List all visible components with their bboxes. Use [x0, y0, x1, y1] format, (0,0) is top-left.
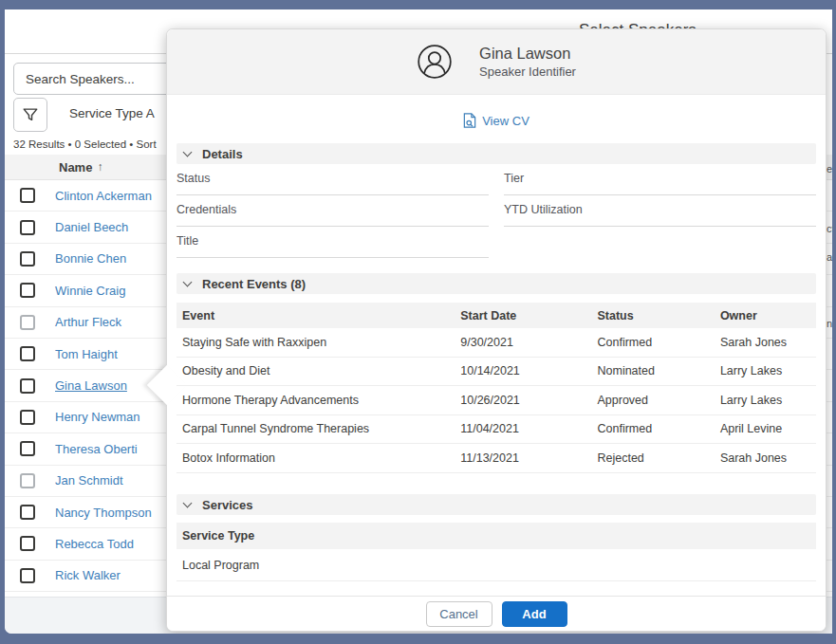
speaker-popover: Gina Lawson Speaker Identifier View CV D…	[166, 28, 827, 632]
row-checkbox[interactable]	[20, 315, 35, 330]
row-checkbox[interactable]	[20, 568, 35, 583]
speaker-link[interactable]: Clinton Ackerman	[55, 189, 152, 203]
row-checkbox[interactable]	[20, 220, 35, 235]
search-input[interactable]	[13, 63, 179, 95]
speaker-link[interactable]: Bonnie Chen	[55, 251, 126, 266]
status-cell: Confirmed	[597, 336, 719, 349]
speaker-name: Gina Lawson	[479, 45, 576, 63]
event-name-cell: Botox Information	[176, 451, 460, 465]
owner-cell: Larry Lakes	[720, 364, 816, 377]
speaker-link[interactable]: Jan Schmidt	[55, 473, 123, 488]
detail-field[interactable]: Title	[176, 227, 489, 258]
speaker-link[interactable]: Rebecca Todd	[55, 537, 134, 551]
results-summary: 32 Results • 0 Selected • Sort	[13, 138, 175, 150]
start-date-cell: 11/13/2021	[460, 451, 597, 465]
service-row[interactable]: Local Program	[176, 549, 816, 581]
speaker-link[interactable]: Nancy Thompson	[55, 506, 152, 520]
chevron-down-icon	[183, 498, 193, 507]
event-name-cell: Hormone Therapy Advancements	[176, 394, 460, 407]
recent-events-section-title: Recent Events (8)	[202, 277, 306, 291]
speaker-link[interactable]: Tom Haight	[55, 347, 118, 361]
name-column-label: Name	[59, 160, 92, 175]
popover-header: Gina Lawson Speaker Identifier	[167, 29, 826, 95]
speaker-link[interactable]: Henry Newman	[55, 410, 140, 424]
bg-fragment: e	[827, 163, 832, 175]
start-date-cell: 10/26/2021	[460, 394, 597, 407]
view-cv-link[interactable]: View CV	[167, 109, 826, 132]
row-checkbox[interactable]	[20, 251, 35, 267]
row-checkbox[interactable]	[20, 505, 35, 520]
event-row[interactable]: Botox Information11/13/2021RejectedSarah…	[176, 444, 816, 473]
speaker-link[interactable]: Daniel Beech	[55, 220, 128, 234]
row-checkbox[interactable]	[20, 410, 35, 425]
services-table: Service Type Local Program	[176, 523, 816, 581]
add-button[interactable]: Add	[502, 601, 567, 627]
row-checkbox[interactable]	[20, 283, 35, 298]
status-cell: Rejected	[597, 451, 719, 465]
event-row[interactable]: Carpal Tunnel Syndrome Therapies11/04/20…	[176, 415, 816, 445]
detail-field[interactable]: Tier	[504, 164, 816, 195]
event-row[interactable]: Obesity and Diet10/14/2021NominatedLarry…	[176, 358, 816, 387]
service-type-column-header: Service Type	[176, 523, 816, 549]
speaker-link[interactable]: Rick Walker	[55, 568, 121, 582]
screen: { "page": { "title": "Select Speakers" }…	[0, 0, 836, 644]
bg-fragment: ne	[827, 318, 832, 329]
event-row[interactable]: Hormone Therapy Advancements10/26/2021Ap…	[176, 386, 816, 415]
row-checkbox[interactable]	[20, 378, 35, 394]
status-cell: Confirmed	[597, 422, 719, 435]
event-column-header: Event	[176, 309, 460, 322]
speaker-link[interactable]: Winnie Craig	[55, 284, 125, 298]
detail-field[interactable]: Status	[176, 164, 489, 195]
events-table-header: Event Start Date Status Owner	[176, 303, 816, 328]
funnel-icon	[22, 106, 39, 123]
speaker-subtitle: Speaker Identifier	[479, 64, 576, 79]
start-date-cell: 10/14/2021	[460, 364, 597, 377]
row-checkbox[interactable]	[20, 473, 35, 488]
events-table-body: Staying Safe with Raxxipen9/30/2021Confi…	[176, 328, 816, 473]
row-checkbox[interactable]	[20, 188, 35, 203]
details-section-header[interactable]: Details	[176, 143, 816, 164]
status-column-header: Status	[597, 309, 719, 322]
detail-field[interactable]: Credentials	[176, 195, 489, 227]
start-date-cell: 9/30/2021	[460, 336, 597, 349]
filter-button[interactable]	[13, 98, 47, 132]
row-checkbox[interactable]	[20, 536, 35, 551]
status-cell: Nominated	[597, 364, 719, 377]
status-cell: Approved	[597, 394, 719, 407]
event-name-cell: Obesity and Diet	[176, 364, 460, 377]
services-section-title: Services	[202, 498, 253, 512]
sort-ascending-icon: ↑	[97, 160, 102, 174]
event-row[interactable]: Staying Safe with Raxxipen9/30/2021Confi…	[176, 328, 816, 358]
owner-cell: Larry Lakes	[720, 394, 816, 407]
filter-chip-label: Service Type A	[69, 106, 155, 120]
row-checkbox[interactable]	[20, 346, 35, 361]
popover-title-block: Gina Lawson Speaker Identifier	[479, 45, 576, 79]
bg-fragment: art	[827, 251, 832, 263]
user-avatar-icon	[417, 44, 453, 80]
event-name-cell: Carpal Tunnel Syndrome Therapies	[176, 422, 460, 435]
owner-column-header: Owner	[720, 309, 816, 322]
detail-field-spacer	[504, 227, 816, 258]
events-table: Event Start Date Status Owner Staying Sa…	[176, 303, 816, 473]
row-checkbox[interactable]	[20, 441, 35, 456]
services-table-body: Local Program	[176, 549, 816, 581]
details-section-title: Details	[202, 147, 243, 161]
recent-events-section-header[interactable]: Recent Events (8)	[176, 273, 816, 294]
bg-fragment: cto	[827, 223, 832, 234]
view-cv-label: View CV	[482, 114, 529, 128]
services-section-header[interactable]: Services	[176, 494, 816, 515]
start-date-column-header: Start Date	[460, 309, 597, 322]
start-date-cell: 11/04/2021	[460, 422, 597, 435]
event-name-cell: Staying Safe with Raxxipen	[176, 336, 460, 349]
chevron-down-icon	[183, 277, 193, 286]
owner-cell: Sarah Jones	[720, 336, 816, 349]
cancel-button[interactable]: Cancel	[426, 601, 492, 627]
speaker-link[interactable]: Theresa Oberti	[55, 442, 138, 456]
popover-footer: Cancel Add	[167, 596, 826, 631]
owner-cell: April Levine	[720, 422, 816, 435]
detail-field[interactable]: YTD Utilization	[504, 195, 816, 227]
details-fields: StatusTierCredentialsYTD UtilizationTitl…	[176, 164, 816, 258]
speaker-link[interactable]: Gina Lawson	[55, 378, 127, 393]
speaker-link[interactable]: Arthur Fleck	[55, 315, 121, 329]
app-window: Select Speakers Service Type A 32 Result…	[5, 9, 832, 634]
